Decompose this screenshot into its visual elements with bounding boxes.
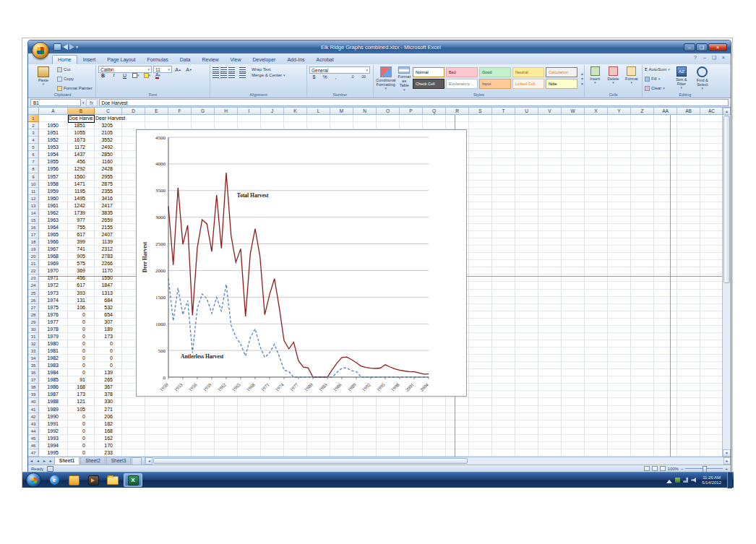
underline-button[interactable]: U — [120, 71, 129, 79]
cell-c40[interactable]: 330 — [95, 398, 113, 405]
column-header-v[interactable]: V — [538, 108, 562, 115]
cell-c45[interactable]: 162 — [95, 435, 113, 442]
cell-b41[interactable]: 105 — [68, 406, 85, 413]
cell-b19[interactable]: 741 — [68, 246, 85, 253]
cell-b43[interactable]: 0 — [68, 420, 85, 428]
cell-b3[interactable]: 1055 — [68, 129, 85, 137]
copy-button[interactable]: Copy — [57, 76, 93, 82]
column-header-b[interactable]: B — [68, 108, 95, 115]
column-header-z[interactable]: Z — [631, 108, 654, 115]
column-header-n[interactable]: N — [353, 108, 377, 115]
row-header-25[interactable]: 25 — [28, 290, 39, 297]
minimize-button[interactable]: – — [684, 43, 695, 51]
cell-a20[interactable]: 1968 — [39, 253, 59, 260]
cell-c21[interactable]: 2266 — [95, 260, 113, 267]
cell-b11[interactable]: 1195 — [68, 188, 85, 195]
column-header-k[interactable]: K — [284, 108, 307, 115]
cell-a45[interactable]: 1993 — [39, 435, 59, 442]
cell-c26[interactable]: 684 — [95, 297, 113, 304]
cell-c15[interactable]: 2659 — [95, 217, 113, 224]
cell-c36[interactable]: 139 — [95, 369, 113, 376]
align-bottom-icon[interactable] — [228, 67, 235, 72]
office-button[interactable] — [32, 42, 49, 59]
cell-b47[interactable]: 0 — [68, 449, 85, 457]
cell-b12[interactable]: 1495 — [68, 195, 85, 202]
align-left-icon[interactable] — [212, 73, 219, 78]
cell-b28[interactable]: 0 — [68, 311, 85, 319]
delete-cells-button[interactable]: Delete▾ — [605, 66, 621, 92]
cell-style-input[interactable]: Input — [479, 79, 511, 89]
ribbon-tab-page-layout[interactable]: Page Layout — [101, 55, 141, 64]
cell-c34[interactable]: 0 — [95, 355, 113, 362]
cell-c46[interactable]: 170 — [95, 442, 113, 449]
row-header-40[interactable]: 40 — [28, 398, 39, 405]
show-desktop-button[interactable] — [727, 472, 732, 488]
active-cell-b1[interactable] — [68, 115, 95, 123]
cell-style-check-cell[interactable]: Check Cell — [413, 79, 444, 89]
cell-c13[interactable]: 2417 — [95, 202, 113, 210]
cell-c23[interactable]: 1550 — [95, 275, 113, 282]
column-header-aa[interactable]: AA — [654, 108, 677, 115]
cell-a40[interactable]: 1988 — [39, 398, 59, 405]
cell-a46[interactable]: 1994 — [39, 442, 59, 449]
row-header-20[interactable]: 20 — [28, 253, 39, 260]
cell-a34[interactable]: 1982 — [39, 355, 59, 362]
row-header-3[interactable]: 3 — [28, 129, 39, 137]
ribbon-tab-view[interactable]: View — [224, 55, 246, 64]
column-header-s[interactable]: S — [469, 108, 492, 115]
cell-b20[interactable]: 905 — [68, 253, 85, 260]
align-top-icon[interactable] — [212, 67, 219, 72]
zoom-out-icon[interactable]: − — [681, 467, 684, 471]
cell-b25[interactable]: 393 — [68, 290, 85, 297]
format-painter-button[interactable]: Format Painter — [57, 85, 93, 91]
cell-b44[interactable]: 0 — [68, 428, 85, 435]
name-box-dropdown-icon[interactable]: ▾ — [82, 100, 85, 105]
ribbon-tab-add-ins[interactable]: Add-Ins — [281, 55, 310, 64]
cell-b35[interactable]: 0 — [68, 362, 85, 369]
cell-a4[interactable]: 1952 — [39, 137, 59, 144]
row-header-45[interactable]: 45 — [28, 435, 39, 442]
horizontal-scrollbar[interactable]: ◄► — [145, 457, 731, 465]
comma-button[interactable]: , — [331, 72, 340, 81]
cell-a25[interactable]: 1973 — [39, 290, 59, 297]
cell-c47[interactable]: 233 — [95, 449, 113, 457]
column-header-g[interactable]: G — [192, 108, 215, 115]
cell-style-neutral[interactable]: Neutral — [512, 67, 544, 77]
cell-c28[interactable]: 654 — [95, 311, 113, 319]
row-header-29[interactable]: 29 — [28, 319, 39, 326]
row-header-18[interactable]: 18 — [28, 238, 39, 246]
macro-record-icon[interactable] — [47, 466, 53, 472]
row-header-14[interactable]: 14 — [28, 210, 39, 217]
row-header-21[interactable]: 21 — [28, 260, 39, 267]
cell-a12[interactable]: 1960 — [39, 195, 59, 202]
column-header-ac[interactable]: AC — [700, 108, 723, 115]
cell-c17[interactable]: 2407 — [95, 231, 113, 238]
scroll-down-icon[interactable]: ▼ — [723, 449, 731, 457]
cell-c12[interactable]: 3416 — [95, 195, 113, 202]
cell-style-linked-cell[interactable]: Linked Cell — [512, 79, 544, 89]
row-header-1[interactable]: 1 — [28, 115, 39, 122]
column-header-o[interactable]: O — [377, 108, 400, 115]
vertical-scrollbar[interactable]: ▲ ▼ — [722, 108, 731, 457]
select-all-corner[interactable] — [28, 108, 39, 115]
cell-c22[interactable]: 1170 — [95, 267, 113, 275]
column-header-t[interactable]: T — [492, 108, 515, 115]
cell-c25[interactable]: 1313 — [95, 290, 113, 297]
sheet-tab-sheet3[interactable]: Sheet3 — [106, 457, 132, 465]
page-layout-view-icon[interactable] — [652, 466, 658, 471]
cell-b8[interactable]: 1292 — [68, 165, 85, 173]
cell-b18[interactable]: 399 — [68, 238, 85, 246]
cell-a41[interactable]: 1989 — [39, 406, 59, 413]
find-select-button[interactable]: Find & Select▾ — [693, 66, 712, 92]
column-header-u[interactable]: U — [515, 108, 538, 115]
row-header-30[interactable]: 30 — [28, 326, 39, 333]
cell-a27[interactable]: 1975 — [39, 304, 59, 311]
cell-a22[interactable]: 1970 — [39, 267, 59, 275]
cell-b4[interactable]: 1673 — [68, 137, 85, 144]
scroll-right-icon[interactable]: ► — [723, 457, 731, 465]
cell-b45[interactable]: 0 — [68, 435, 85, 442]
row-header-37[interactable]: 37 — [28, 376, 39, 384]
workbook-close-icon[interactable]: × — [720, 55, 727, 61]
cell-a8[interactable]: 1956 — [39, 165, 59, 173]
cell-a5[interactable]: 1953 — [39, 144, 59, 151]
